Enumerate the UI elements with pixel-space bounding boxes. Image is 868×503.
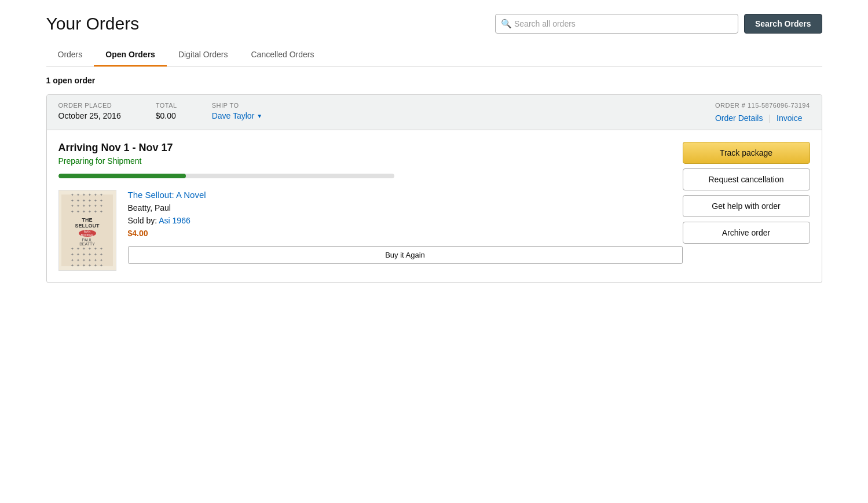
- tab-digital-orders[interactable]: Digital Orders: [167, 44, 240, 67]
- order-body: Arriving Nov 1 - Nov 17 Preparing for Sh…: [47, 130, 822, 282]
- open-order-count: 1 open order: [46, 76, 822, 85]
- seller-link[interactable]: Asi 1966: [159, 216, 190, 225]
- order-total-col: TOTAL $0.00: [156, 102, 177, 120]
- order-body-left: Arriving Nov 1 - Nov 17 Preparing for Sh…: [58, 142, 683, 271]
- action-buttons: Track package Request cancellation Get h…: [683, 142, 810, 244]
- product-seller-row: Sold by: Asi 1966: [128, 216, 683, 225]
- product-author: Beatty, Paul: [128, 203, 683, 212]
- order-links: Order Details | Invoice: [715, 113, 810, 123]
- order-header: ORDER PLACED October 25, 2016 TOTAL $0.0…: [47, 95, 822, 130]
- progress-bar-fill: [58, 174, 186, 178]
- product-info: The Sellout: A Novel Beatty, Paul Sold b…: [128, 190, 683, 271]
- book-cover-inner: ✦ ✦ ✦ ✦ ✦ ✦ ✦ ✦ ✦ ✦ ✦ ✦ ✦ ✦ ✦ ✦ ✦ ✦ ✦ ✦ …: [61, 194, 112, 266]
- tab-orders[interactable]: Orders: [46, 44, 94, 67]
- order-card: ORDER PLACED October 25, 2016 TOTAL $0.0…: [46, 94, 822, 283]
- request-cancellation-button[interactable]: Request cancellation: [683, 168, 810, 190]
- track-package-button[interactable]: Track package: [683, 142, 810, 164]
- page-title: Your Orders: [46, 14, 140, 34]
- product-title-link[interactable]: The Sellout: A Novel: [128, 190, 683, 200]
- order-placed-col: ORDER PLACED October 25, 2016: [58, 102, 121, 120]
- book-cover-seal: MANBOOKER: [79, 230, 96, 237]
- order-ship-to-col: SHIP TO Dave Taylor ▼: [212, 102, 263, 120]
- tab-open-orders[interactable]: Open Orders: [94, 44, 167, 67]
- ship-to-name[interactable]: Dave Taylor ▼: [212, 111, 263, 120]
- product-price: $4.00: [128, 229, 683, 238]
- tab-cancelled-orders[interactable]: Cancelled Orders: [239, 44, 325, 67]
- order-placed-label: ORDER PLACED: [58, 102, 121, 109]
- order-total-label: TOTAL: [156, 102, 177, 109]
- buy-again-button[interactable]: Buy it Again: [128, 246, 683, 264]
- order-placed-date: October 25, 2016: [58, 111, 121, 120]
- order-total-value: $0.00: [156, 111, 177, 120]
- status-label: Preparing for Shipment: [58, 156, 683, 166]
- tabs-nav: Orders Open Orders Digital Orders Cancel…: [46, 44, 822, 67]
- invoice-link[interactable]: Invoice: [777, 113, 802, 123]
- get-help-button[interactable]: Get help with order: [683, 195, 810, 217]
- search-icon: 🔍: [501, 19, 512, 29]
- archive-order-button[interactable]: Archive order: [683, 222, 810, 244]
- book-cover-pattern-bottom: ✦ ✦ ✦ ✦ ✦ ✦ ✦ ✦ ✦ ✦ ✦ ✦ ✦ ✦ ✦ ✦ ✦ ✦ ✦ ✦ …: [71, 246, 104, 269]
- order-body-top: Arriving Nov 1 - Nov 17 Preparing for Sh…: [58, 142, 810, 271]
- order-content-row: ✦ ✦ ✦ ✦ ✦ ✦ ✦ ✦ ✦ ✦ ✦ ✦ ✦ ✦ ✦ ✦ ✦ ✦ ✦ ✦ …: [58, 190, 683, 271]
- progress-bar-wrapper: [58, 174, 394, 178]
- search-orders-button[interactable]: Search Orders: [744, 14, 822, 34]
- order-link-divider: |: [768, 113, 771, 123]
- search-input[interactable]: [495, 14, 738, 34]
- order-number-col: ORDER # 115-5876096-73194 Order Details …: [715, 102, 810, 123]
- order-details-link[interactable]: Order Details: [715, 113, 763, 123]
- arriving-label: Arriving Nov 1 - Nov 17: [58, 142, 683, 154]
- search-input-wrapper: 🔍: [495, 14, 738, 34]
- order-number-label: ORDER # 115-5876096-73194: [715, 102, 810, 109]
- page-header: Your Orders 🔍 Search Orders: [46, 14, 822, 34]
- ship-to-arrow-icon: ▼: [257, 113, 262, 119]
- book-cover-author: PAULBEATTY: [79, 238, 95, 246]
- book-cover-pattern: ✦ ✦ ✦ ✦ ✦ ✦ ✦ ✦ ✦ ✦ ✦ ✦ ✦ ✦ ✦ ✦ ✦ ✦ ✦ ✦ …: [71, 192, 104, 215]
- product-image[interactable]: ✦ ✦ ✦ ✦ ✦ ✦ ✦ ✦ ✦ ✦ ✦ ✦ ✦ ✦ ✦ ✦ ✦ ✦ ✦ ✦ …: [58, 190, 116, 271]
- book-cover-title: THESELLOUT: [75, 217, 100, 229]
- search-area: 🔍 Search Orders: [495, 14, 822, 34]
- ship-to-label: SHIP TO: [212, 102, 263, 109]
- page-wrapper: Your Orders 🔍 Search Orders Orders Open …: [29, 0, 840, 297]
